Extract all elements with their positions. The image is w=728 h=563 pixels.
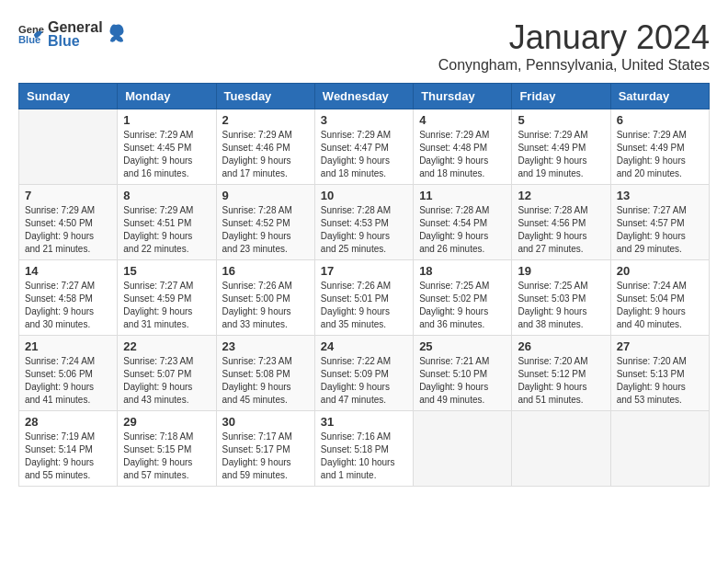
day-number: 19 bbox=[518, 264, 604, 278]
day-info: Sunrise: 7:16 AMSunset: 5:18 PMDaylight:… bbox=[321, 431, 407, 482]
weekday-header-monday: Monday bbox=[118, 84, 216, 109]
calendar-cell: 31Sunrise: 7:16 AMSunset: 5:18 PMDayligh… bbox=[314, 411, 413, 487]
calendar-week-row: 21Sunrise: 7:24 AMSunset: 5:06 PMDayligh… bbox=[19, 336, 710, 411]
day-number: 1 bbox=[123, 113, 210, 127]
calendar-cell: 10Sunrise: 7:28 AMSunset: 4:53 PMDayligh… bbox=[314, 185, 413, 260]
calendar-cell: 16Sunrise: 7:26 AMSunset: 5:00 PMDayligh… bbox=[216, 260, 314, 336]
day-info: Sunrise: 7:29 AMSunset: 4:48 PMDaylight:… bbox=[419, 129, 506, 180]
day-info: Sunrise: 7:29 AMSunset: 4:47 PMDaylight:… bbox=[321, 129, 407, 180]
day-info: Sunrise: 7:19 AMSunset: 5:14 PMDaylight:… bbox=[25, 431, 111, 482]
day-info: Sunrise: 7:21 AMSunset: 5:10 PMDaylight:… bbox=[419, 355, 506, 407]
calendar-cell: 6Sunrise: 7:29 AMSunset: 4:49 PMDaylight… bbox=[610, 109, 709, 185]
day-info: Sunrise: 7:29 AMSunset: 4:49 PMDaylight:… bbox=[617, 129, 703, 180]
day-info: Sunrise: 7:29 AMSunset: 4:51 PMDaylight:… bbox=[123, 204, 210, 256]
day-number: 25 bbox=[419, 339, 506, 353]
calendar-cell bbox=[610, 411, 709, 487]
day-info: Sunrise: 7:20 AMSunset: 5:13 PMDaylight:… bbox=[617, 355, 703, 407]
calendar-cell: 7Sunrise: 7:29 AMSunset: 4:50 PMDaylight… bbox=[19, 185, 118, 260]
calendar-cell bbox=[19, 109, 118, 185]
calendar-cell: 27Sunrise: 7:20 AMSunset: 5:13 PMDayligh… bbox=[610, 336, 709, 411]
day-number: 8 bbox=[123, 189, 210, 202]
calendar-cell: 26Sunrise: 7:20 AMSunset: 5:12 PMDayligh… bbox=[512, 336, 610, 411]
calendar-cell: 5Sunrise: 7:29 AMSunset: 4:49 PMDaylight… bbox=[512, 109, 610, 185]
page-header: General Blue General Blue January 2024 C… bbox=[18, 18, 710, 74]
day-info: Sunrise: 7:28 AMSunset: 4:52 PMDaylight:… bbox=[222, 204, 309, 256]
day-info: Sunrise: 7:17 AMSunset: 5:17 PMDaylight:… bbox=[222, 431, 309, 482]
location-subtitle: Conyngham, Pennsylvania, United States bbox=[438, 57, 710, 74]
weekday-header-sunday: Sunday bbox=[19, 84, 118, 109]
day-number: 3 bbox=[321, 113, 407, 127]
day-number: 24 bbox=[321, 339, 407, 353]
weekday-header-thursday: Thursday bbox=[414, 84, 512, 109]
day-info: Sunrise: 7:29 AMSunset: 4:50 PMDaylight:… bbox=[25, 204, 111, 256]
calendar-cell: 23Sunrise: 7:23 AMSunset: 5:08 PMDayligh… bbox=[216, 336, 314, 411]
day-info: Sunrise: 7:28 AMSunset: 4:56 PMDaylight:… bbox=[518, 204, 604, 256]
day-number: 9 bbox=[222, 189, 309, 202]
day-info: Sunrise: 7:27 AMSunset: 4:58 PMDaylight:… bbox=[25, 280, 111, 331]
calendar-cell: 9Sunrise: 7:28 AMSunset: 4:52 PMDaylight… bbox=[216, 185, 314, 260]
logo-bird-icon bbox=[107, 23, 125, 45]
calendar-cell: 25Sunrise: 7:21 AMSunset: 5:10 PMDayligh… bbox=[414, 336, 512, 411]
day-number: 18 bbox=[419, 264, 506, 278]
day-info: Sunrise: 7:20 AMSunset: 5:12 PMDaylight:… bbox=[518, 355, 604, 407]
day-number: 16 bbox=[222, 264, 309, 278]
calendar-cell: 29Sunrise: 7:18 AMSunset: 5:15 PMDayligh… bbox=[118, 411, 216, 487]
calendar-cell: 4Sunrise: 7:29 AMSunset: 4:48 PMDaylight… bbox=[414, 109, 512, 185]
day-number: 21 bbox=[25, 339, 111, 353]
day-info: Sunrise: 7:29 AMSunset: 4:45 PMDaylight:… bbox=[123, 129, 210, 180]
day-info: Sunrise: 7:24 AMSunset: 5:06 PMDaylight:… bbox=[25, 355, 111, 407]
day-number: 20 bbox=[617, 264, 703, 278]
day-info: Sunrise: 7:25 AMSunset: 5:02 PMDaylight:… bbox=[419, 280, 506, 331]
calendar-cell bbox=[414, 411, 512, 487]
calendar-cell: 11Sunrise: 7:28 AMSunset: 4:54 PMDayligh… bbox=[414, 185, 512, 260]
day-number: 22 bbox=[123, 339, 210, 353]
calendar-table: SundayMondayTuesdayWednesdayThursdayFrid… bbox=[18, 83, 710, 487]
calendar-week-row: 28Sunrise: 7:19 AMSunset: 5:14 PMDayligh… bbox=[19, 411, 710, 487]
day-number: 28 bbox=[25, 415, 111, 429]
calendar-cell: 19Sunrise: 7:25 AMSunset: 5:03 PMDayligh… bbox=[512, 260, 610, 336]
day-number: 30 bbox=[222, 415, 309, 429]
calendar-cell: 17Sunrise: 7:26 AMSunset: 5:01 PMDayligh… bbox=[314, 260, 413, 336]
weekday-header-tuesday: Tuesday bbox=[216, 84, 314, 109]
day-info: Sunrise: 7:23 AMSunset: 5:07 PMDaylight:… bbox=[123, 355, 210, 407]
day-number: 27 bbox=[617, 339, 703, 353]
day-number: 31 bbox=[321, 415, 407, 429]
weekday-header-saturday: Saturday bbox=[610, 84, 709, 109]
calendar-cell: 30Sunrise: 7:17 AMSunset: 5:17 PMDayligh… bbox=[216, 411, 314, 487]
calendar-cell: 15Sunrise: 7:27 AMSunset: 4:59 PMDayligh… bbox=[118, 260, 216, 336]
day-info: Sunrise: 7:25 AMSunset: 5:03 PMDaylight:… bbox=[518, 280, 604, 331]
logo-blue-text: Blue bbox=[48, 32, 103, 50]
day-number: 10 bbox=[321, 189, 407, 202]
day-number: 23 bbox=[222, 339, 309, 353]
calendar-cell: 13Sunrise: 7:27 AMSunset: 4:57 PMDayligh… bbox=[610, 185, 709, 260]
svg-text:Blue: Blue bbox=[18, 34, 40, 45]
calendar-cell: 12Sunrise: 7:28 AMSunset: 4:56 PMDayligh… bbox=[512, 185, 610, 260]
day-info: Sunrise: 7:18 AMSunset: 5:15 PMDaylight:… bbox=[123, 431, 210, 482]
day-info: Sunrise: 7:28 AMSunset: 4:53 PMDaylight:… bbox=[321, 204, 407, 256]
day-info: Sunrise: 7:29 AMSunset: 4:46 PMDaylight:… bbox=[222, 129, 309, 180]
calendar-cell: 8Sunrise: 7:29 AMSunset: 4:51 PMDaylight… bbox=[118, 185, 216, 260]
weekday-header-friday: Friday bbox=[512, 84, 610, 109]
day-number: 17 bbox=[321, 264, 407, 278]
calendar-cell: 28Sunrise: 7:19 AMSunset: 5:14 PMDayligh… bbox=[19, 411, 118, 487]
calendar-cell: 20Sunrise: 7:24 AMSunset: 5:04 PMDayligh… bbox=[610, 260, 709, 336]
day-info: Sunrise: 7:29 AMSunset: 4:49 PMDaylight:… bbox=[518, 129, 604, 180]
calendar-cell: 24Sunrise: 7:22 AMSunset: 5:09 PMDayligh… bbox=[314, 336, 413, 411]
day-info: Sunrise: 7:22 AMSunset: 5:09 PMDaylight:… bbox=[321, 355, 407, 407]
day-info: Sunrise: 7:24 AMSunset: 5:04 PMDaylight:… bbox=[617, 280, 703, 331]
day-info: Sunrise: 7:23 AMSunset: 5:08 PMDaylight:… bbox=[222, 355, 309, 407]
logo: General Blue General Blue bbox=[18, 18, 125, 50]
day-number: 5 bbox=[518, 113, 604, 127]
calendar-cell: 3Sunrise: 7:29 AMSunset: 4:47 PMDaylight… bbox=[314, 109, 413, 185]
day-info: Sunrise: 7:27 AMSunset: 4:57 PMDaylight:… bbox=[617, 204, 703, 256]
weekday-header-row: SundayMondayTuesdayWednesdayThursdayFrid… bbox=[19, 84, 710, 109]
calendar-week-row: 7Sunrise: 7:29 AMSunset: 4:50 PMDaylight… bbox=[19, 185, 710, 260]
calendar-cell: 22Sunrise: 7:23 AMSunset: 5:07 PMDayligh… bbox=[118, 336, 216, 411]
calendar-cell: 2Sunrise: 7:29 AMSunset: 4:46 PMDaylight… bbox=[216, 109, 314, 185]
day-number: 14 bbox=[25, 264, 111, 278]
day-number: 12 bbox=[518, 189, 604, 202]
day-info: Sunrise: 7:26 AMSunset: 5:01 PMDaylight:… bbox=[321, 280, 407, 331]
calendar-cell bbox=[512, 411, 610, 487]
day-number: 11 bbox=[419, 189, 506, 202]
day-number: 6 bbox=[617, 113, 703, 127]
